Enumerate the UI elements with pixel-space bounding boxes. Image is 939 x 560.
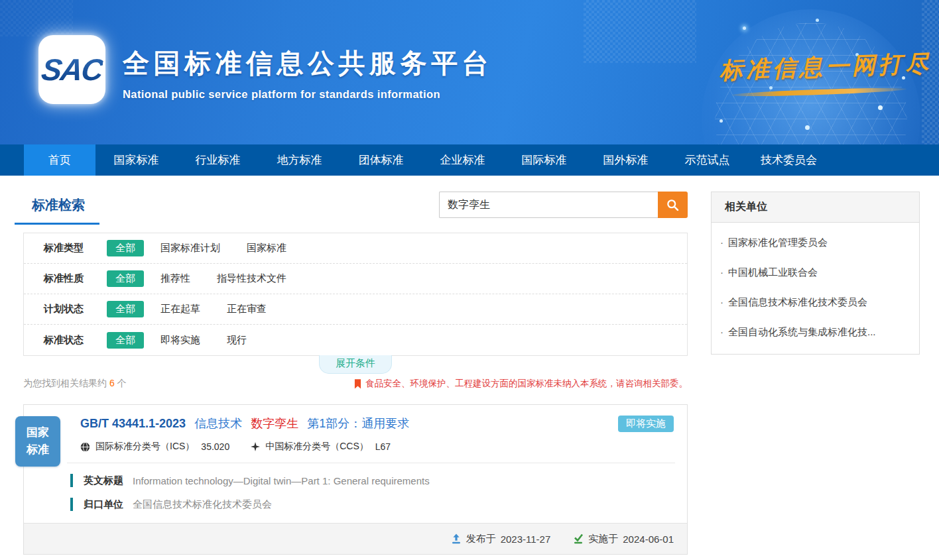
nav-tab-pilot[interactable]: 示范试点 (666, 144, 748, 176)
sparkle-dots (743, 27, 746, 30)
site-title: 全国标准信息公共服务平台 (123, 45, 493, 82)
search-input[interactable] (439, 192, 658, 218)
system-notice: 食品安全、环境保护、工程建设方面的国家标准未纳入本系统，请咨询相关部委。 (354, 378, 688, 390)
section-title: 标准检索 (23, 192, 85, 214)
filter-option[interactable]: 即将实施 (160, 334, 200, 347)
filter-all-button[interactable]: 全部 (107, 240, 144, 256)
upload-icon (451, 533, 462, 544)
filter-option[interactable]: 现行 (227, 334, 247, 347)
filter-box: 标准类型 全部 国家标准计划 国家标准 标准性质 全部 推荐性 指导性技术文件 … (23, 233, 688, 356)
result-count-number: 6 (109, 378, 115, 388)
search-section-header: 标准检索 (23, 192, 688, 221)
site-title-block: 全国标准信息公共服务平台 National public service pla… (123, 45, 493, 101)
card-meta: 国际标准分类号（ICS） 35.020 中国标准分类号（CCS） L67 (24, 432, 687, 463)
standard-code: GB/T 43441.1-2023 (80, 417, 186, 430)
ics-group: 国际标准分类号（ICS） 35.020 (80, 441, 229, 453)
related-units-panel: 相关单位 ·国家标准化管理委员会 ·中国机械工业联合会 ·全国信息技术标准化技术… (711, 192, 920, 355)
filter-all-button[interactable]: 全部 (107, 332, 144, 349)
compass-icon (251, 442, 260, 451)
filter-option[interactable]: 指导性技术文件 (217, 272, 286, 285)
main-nav: 首页 国家标准 行业标准 地方标准 团体标准 企业标准 国际标准 国外标准 示范… (0, 144, 939, 176)
header-texture (584, 0, 696, 63)
search-button[interactable] (658, 192, 688, 218)
filter-label: 标准性质 (44, 272, 107, 285)
related-unit-link[interactable]: ·全国自动化系统与集成标准化技... (712, 317, 919, 347)
filter-row-standard-nature: 标准性质 全部 推荐性 指导性技术文件 (24, 264, 687, 294)
filter-row-standard-type: 标准类型 全部 国家标准计划 国家标准 (24, 233, 687, 264)
filter-option[interactable]: 国家标准 (247, 242, 286, 254)
ccs-label: 中国标准分类号（CCS） (265, 441, 369, 453)
filter-label: 标准类型 (44, 242, 107, 254)
nav-tab-foreign-standards[interactable]: 国外标准 (585, 144, 666, 176)
nav-tab-group-standards[interactable]: 团体标准 (340, 144, 422, 176)
filter-option[interactable]: 推荐性 (160, 272, 190, 285)
ics-label: 国际标准分类号（ICS） (95, 441, 194, 453)
related-unit-link[interactable]: ·中国机械工业联合会 (712, 258, 919, 288)
header-texture (0, 0, 73, 36)
committee-row: 归口单位 全国信息技术标准化技术委员会 (70, 498, 674, 511)
nav-tab-technical-committee[interactable]: 技术委员会 (748, 144, 830, 176)
filter-row-plan-status: 计划状态 全部 正在起草 正在审查 (24, 294, 687, 325)
related-units-list: ·国家标准化管理委员会 ·中国机械工业联合会 ·全国信息技术标准化技术委员会 ·… (712, 223, 919, 354)
slogan-block: 标准信息一网打尽 (720, 52, 918, 95)
result-card: 国家 标准 GB/T 43441.1-2023 信息技术 数字孪生 第1部分：通… (23, 404, 688, 555)
filter-row-standard-status: 标准状态 全部 即将实施 现行 (24, 325, 687, 355)
filter-label: 标准状态 (44, 334, 107, 347)
filter-all-button[interactable]: 全部 (107, 270, 144, 287)
card-divider (67, 463, 675, 463)
related-unit-link[interactable]: ·国家标准化管理委员会 (712, 228, 919, 258)
row-marker (70, 474, 73, 487)
row-marker (70, 498, 73, 511)
published-date: 2023-11-27 (501, 533, 551, 545)
main-column: 标准检索 标准类型 全部 国家标准计划 国家标准 (23, 192, 688, 555)
expand-conditions-button[interactable]: 展开条件 (319, 355, 392, 374)
results-info-row: 为您找到相关结果约6个 食品安全、环境保护、工程建设方面的国家标准未纳入本系统，… (23, 378, 688, 390)
filter-all-button[interactable]: 全部 (107, 301, 144, 317)
ics-value: 35.020 (201, 441, 229, 452)
site-subtitle: National public service platform for sta… (123, 88, 493, 101)
filter-option[interactable]: 国家标准计划 (160, 242, 220, 254)
sac-logo[interactable]: SAC (38, 35, 105, 104)
ccs-group: 中国标准分类号（CCS） L67 (251, 441, 391, 453)
implemented-date-group: 实施于 2024-06-01 (573, 533, 674, 545)
result-count: 为您找到相关结果约6个 (23, 378, 127, 390)
status-badge: 即将实施 (618, 416, 674, 432)
sac-logo-text: SAC (39, 52, 105, 87)
nav-tab-national-standards[interactable]: 国家标准 (95, 144, 177, 176)
search-term-highlight: 数字孪生 (251, 417, 298, 430)
search-icon (666, 198, 680, 212)
check-icon (573, 533, 584, 544)
slogan-text: 标准信息一网打尽 (719, 48, 918, 86)
filter-option[interactable]: 正在审查 (227, 303, 267, 315)
notice-text: 食品安全、环境保护、工程建设方面的国家标准未纳入本系统，请咨询相关部委。 (365, 378, 688, 390)
nav-tab-industry-standards[interactable]: 行业标准 (177, 144, 259, 176)
implemented-date: 2024-06-01 (623, 533, 674, 545)
ccs-value: L67 (375, 441, 391, 452)
expand-wrap: 展开条件 (23, 356, 688, 374)
nav-tab-international-standards[interactable]: 国际标准 (503, 144, 585, 176)
nav-tab-enterprise-standards[interactable]: 企业标准 (422, 144, 503, 176)
card-footer: 发布于 2023-11-27 实施于 2024-06-01 (24, 523, 687, 554)
related-units-title: 相关单位 (712, 192, 919, 223)
globe-icon (80, 442, 90, 452)
page: SAC 全国标准信息公共服务平台 National public service… (0, 0, 939, 560)
standard-title-link[interactable]: GB/T 43441.1-2023 信息技术 数字孪生 第1部分：通用要求 (80, 416, 414, 431)
nav-tab-home[interactable]: 首页 (24, 144, 95, 176)
content: 标准检索 标准类型 全部 国家标准计划 国家标准 (0, 176, 939, 555)
filter-option[interactable]: 正在起草 (160, 303, 200, 315)
published-date-group: 发布于 2023-11-27 (451, 533, 551, 545)
related-unit-link[interactable]: ·全国信息技术标准化技术委员会 (712, 288, 919, 317)
filter-label: 计划状态 (44, 303, 107, 315)
bookmark-icon (354, 379, 361, 389)
nav-tab-local-standards[interactable]: 地方标准 (259, 144, 340, 176)
site-header: SAC 全国标准信息公共服务平台 National public service… (0, 0, 939, 144)
search-box (439, 192, 688, 218)
standard-type-badge: 国家 标准 (15, 416, 60, 467)
card-head: GB/T 43441.1-2023 信息技术 数字孪生 第1部分：通用要求 即将… (24, 405, 687, 432)
english-title-row: 英文标题 Information technology—Digital twin… (70, 474, 674, 487)
